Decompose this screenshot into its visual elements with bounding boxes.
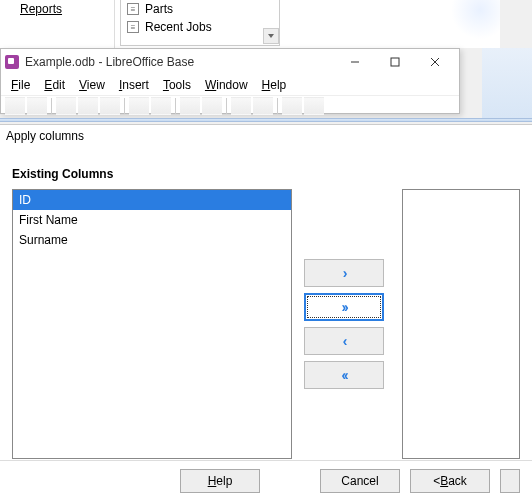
dialog-body: ID First Name Surname › ›› ‹ ‹‹: [0, 185, 532, 463]
toolbar-button[interactable]: [180, 97, 200, 115]
toolbar-separator: [226, 98, 227, 114]
next-button-partial[interactable]: [500, 469, 520, 493]
list-item[interactable]: ID: [13, 190, 291, 210]
toolbar-button[interactable]: [202, 97, 222, 115]
menu-tools[interactable]: Tools: [157, 76, 197, 94]
toolbar-button[interactable]: [231, 97, 251, 115]
scroll-down-icon[interactable]: [263, 28, 279, 44]
menu-view[interactable]: View: [73, 76, 111, 94]
menu-file[interactable]: File: [5, 76, 36, 94]
toolbar-button[interactable]: [5, 97, 25, 115]
menu-window[interactable]: Window: [199, 76, 254, 94]
existing-columns-listbox[interactable]: ID First Name Surname: [12, 189, 292, 459]
toolbar: [1, 95, 459, 115]
move-right-button[interactable]: ›: [304, 259, 384, 287]
list-item[interactable]: Surname: [13, 230, 291, 250]
list-item[interactable]: First Name: [13, 210, 291, 230]
menu-help[interactable]: Help: [256, 76, 293, 94]
background-window: Reports ≡ Parts ≡ Recent Jobs: [0, 0, 500, 48]
existing-columns-label: Existing Columns: [0, 159, 532, 185]
toolbar-separator: [277, 98, 278, 114]
divider-strip: [0, 118, 532, 122]
bg-right-strip: [482, 48, 532, 118]
chevron-double-left-icon: ‹‹: [341, 367, 346, 383]
bg-list: ≡ Parts ≡ Recent Jobs: [120, 0, 280, 46]
toolbar-separator: [51, 98, 52, 114]
window-title: Example.odb - LibreOffice Base: [25, 55, 335, 69]
toolbar-separator: [175, 98, 176, 114]
bg-list-item-label: Parts: [145, 2, 173, 16]
menubar: File Edit View Insert Tools Window Help: [1, 75, 459, 95]
toolbar-button[interactable]: [304, 97, 324, 115]
bg-sidebar: Reports: [0, 0, 115, 48]
libreoffice-base-icon: [5, 55, 19, 69]
window-controls: [335, 49, 455, 75]
toolbar-button[interactable]: [129, 97, 149, 115]
dialog-title: Apply columns: [0, 125, 532, 147]
maximize-button[interactable]: [375, 49, 415, 75]
bg-list-item-label: Recent Jobs: [145, 20, 212, 34]
table-icon: ≡: [127, 21, 139, 33]
toolbar-button[interactable]: [27, 97, 47, 115]
chevron-double-right-icon: ››: [341, 299, 346, 315]
move-buttons-group: › ›› ‹ ‹‹: [304, 259, 384, 389]
toolbar-button[interactable]: [100, 97, 120, 115]
bg-sidebar-item-reports[interactable]: Reports: [20, 2, 62, 16]
move-all-right-button[interactable]: ››: [304, 293, 384, 321]
table-icon: ≡: [127, 3, 139, 15]
chevron-left-icon: ‹: [343, 333, 346, 349]
close-button[interactable]: [415, 49, 455, 75]
bg-list-item[interactable]: ≡ Parts: [121, 0, 279, 18]
move-all-left-button[interactable]: ‹‹: [304, 361, 384, 389]
svg-rect-1: [391, 58, 399, 66]
back-button[interactable]: < Back: [410, 469, 490, 493]
apply-columns-dialog: Apply columns Existing Columns ID First …: [0, 124, 532, 500]
toolbar-button[interactable]: [78, 97, 98, 115]
toolbar-button[interactable]: [56, 97, 76, 115]
menu-insert[interactable]: Insert: [113, 76, 155, 94]
cancel-button[interactable]: Cancel: [320, 469, 400, 493]
toolbar-button[interactable]: [282, 97, 302, 115]
toolbar-separator: [124, 98, 125, 114]
bg-list-item[interactable]: ≡ Recent Jobs: [121, 18, 279, 36]
titlebar: Example.odb - LibreOffice Base: [1, 49, 459, 75]
dialog-footer: Help Cancel < Back: [0, 460, 532, 500]
app-window: Example.odb - LibreOffice Base File Edit…: [0, 48, 460, 114]
move-left-button[interactable]: ‹: [304, 327, 384, 355]
menu-edit[interactable]: Edit: [38, 76, 71, 94]
help-button[interactable]: Help: [180, 469, 260, 493]
chevron-right-icon: ›: [343, 265, 346, 281]
toolbar-button[interactable]: [253, 97, 273, 115]
decorative-swirl: [450, 0, 500, 48]
toolbar-button[interactable]: [151, 97, 171, 115]
target-columns-listbox[interactable]: [402, 189, 520, 459]
minimize-button[interactable]: [335, 49, 375, 75]
